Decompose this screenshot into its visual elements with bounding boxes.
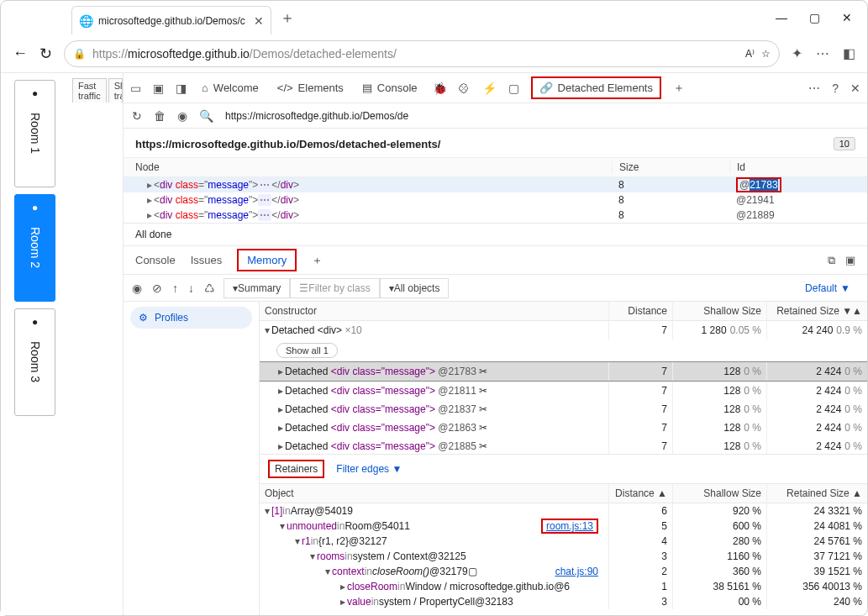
- filter-input[interactable]: ☰ Filter by class: [290, 278, 379, 298]
- dock-icon[interactable]: ◨: [176, 82, 187, 95]
- toolbar-url: https://microsoftedge.github.io/Demos/de: [225, 110, 408, 122]
- close-window-icon[interactable]: ✕: [842, 11, 852, 24]
- retainer-row[interactable]: ▸closeRoom in Window / microsoftedge.git…: [260, 579, 867, 594]
- retainer-row[interactable]: ▾[1] in Array @54019 6 920 % 24 3321 %: [260, 503, 867, 519]
- room-1[interactable]: Room 1: [14, 80, 55, 187]
- devtools-tabbar: ▭ ▣ ◨ ⌂ Welcome </> Elements ▤ Console 🐞…: [124, 73, 867, 103]
- back-icon[interactable]: ←: [13, 45, 28, 62]
- summary-select[interactable]: ▾Summary: [224, 278, 290, 298]
- memory-item-row[interactable]: ▸Detached <div class="message"> @21811 ✂…: [260, 382, 867, 400]
- show-all-button[interactable]: Show all 1: [276, 343, 338, 358]
- close-tab-icon[interactable]: ✕: [254, 14, 264, 28]
- tab-console[interactable]: ▤ Console: [359, 78, 421, 97]
- performance-icon[interactable]: ⚡: [482, 82, 497, 95]
- tab-elements[interactable]: </> Elements: [274, 78, 347, 97]
- help-icon[interactable]: ?: [832, 82, 839, 95]
- detached-toolbar: ↻ 🗑 ◉ 🔍 https://microsoftedge.github.io/…: [124, 103, 867, 129]
- device-icon[interactable]: ▣: [153, 82, 164, 95]
- drawer-tab-issues[interactable]: Issues: [191, 250, 223, 270]
- refresh-icon[interactable]: ↻: [39, 45, 52, 63]
- eye-icon[interactable]: ◉: [177, 109, 187, 123]
- sidebar-icon[interactable]: ◧: [843, 45, 855, 61]
- settings-icon: ⚙: [139, 312, 148, 324]
- read-aloud-icon[interactable]: A⁾: [745, 48, 755, 60]
- drawer-tab-console[interactable]: Console: [135, 250, 176, 270]
- slow-traffic-tab[interactable]: Slow tra: [108, 78, 123, 103]
- memory-toolbar: ◉ ⊘ ↑ ↓ ♺ ▾Summary ☰ Filter by class ▾Al…: [124, 275, 867, 302]
- memory-item-row[interactable]: ▸Detached <div class="message"> @21837 ✂…: [260, 400, 867, 419]
- node-row[interactable]: ▸<div class="message">⋯</div> 8 @21941: [124, 192, 867, 208]
- inspect-icon[interactable]: ▭: [130, 82, 141, 95]
- tab-detached-elements[interactable]: 🔗 Detached Elements: [531, 76, 661, 99]
- add-drawer-tab-icon[interactable]: ＋: [312, 253, 323, 268]
- constructor-group-row[interactable]: ▾Detached <div> ×10 7 1 2800.05 % 24 240…: [260, 321, 867, 340]
- expand-drawer-icon[interactable]: ▣: [845, 254, 855, 267]
- tab-welcome[interactable]: ⌂ Welcome: [198, 78, 262, 97]
- default-dropdown[interactable]: Default ▼: [805, 282, 867, 294]
- bug-icon[interactable]: 🐞: [433, 82, 447, 95]
- extensions-icon[interactable]: ✦: [792, 45, 802, 61]
- download-icon[interactable]: ↓: [188, 282, 194, 295]
- node-row[interactable]: ▸<div class="message">⋯</div> 8 @21783: [124, 177, 867, 192]
- url-box[interactable]: 🔒 https://microsoftedge.github.io/Demos/…: [64, 40, 780, 67]
- record-icon[interactable]: ◉: [132, 282, 142, 295]
- retainer-row[interactable]: ▾r1 in {r1, r2} @32127 4 280 % 24 5761 %: [260, 534, 867, 549]
- add-tab-icon[interactable]: ＋: [673, 81, 685, 96]
- status-text: All done: [124, 223, 867, 246]
- node-row[interactable]: ▸<div class="message">⋯</div> 8 @21889: [124, 208, 867, 223]
- close-devtools-icon[interactable]: ✕: [850, 82, 860, 95]
- upload-icon[interactable]: ↑: [172, 282, 178, 295]
- drawer-tabs: Console Issues Memory ＋ ⧉ ▣: [124, 246, 867, 275]
- globe-icon: 🌐: [79, 14, 93, 28]
- app-icon[interactable]: ▢: [508, 82, 519, 95]
- collect-gc-icon[interactable]: ↻: [132, 109, 142, 123]
- memory-item-row[interactable]: ▸Detached <div class="message"> @21863 ✂…: [260, 419, 867, 437]
- traffic-tabs: Fast traffic Slow tra: [64, 76, 123, 103]
- tab-title: microsoftedge.github.io/Demos/c: [98, 15, 245, 27]
- room-3[interactable]: Room 3: [14, 308, 55, 416]
- maximize-icon[interactable]: ▢: [809, 11, 820, 24]
- retainers-bar: Retainers Filter edges ▼: [260, 454, 867, 484]
- address-bar: ← ↻ 🔒 https://microsoftedge.github.io/De…: [1, 34, 867, 73]
- dock-drawer-icon[interactable]: ⧉: [828, 254, 835, 267]
- browser-tab[interactable]: 🌐 microsoftedge.github.io/Demos/c ✕: [71, 6, 271, 34]
- memory-item-row[interactable]: ▸Detached <div class="message"> @21885 ✂…: [260, 437, 867, 454]
- memory-item-row[interactable]: ▸Detached <div class="message"> @21783 ✂…: [260, 361, 867, 382]
- devtools: ▭ ▣ ◨ ⌂ Welcome </> Elements ▤ Console 🐞…: [123, 73, 867, 615]
- search-icon[interactable]: 🔍: [199, 109, 213, 123]
- minimize-icon[interactable]: —: [776, 11, 787, 24]
- detached-path: https://microsoftedge.github.io/Demos/de…: [124, 129, 867, 157]
- retainers-header: Object Distance ▲ Shallow Size Retained …: [260, 484, 867, 503]
- count-badge: 10: [834, 137, 855, 150]
- favorite-icon[interactable]: ☆: [761, 48, 771, 60]
- retainer-row[interactable]: ▸value in system / PropertyCell @32183 3…: [260, 594, 867, 609]
- retainers-label: Retainers: [268, 460, 324, 478]
- new-tab-button[interactable]: ＋: [280, 8, 295, 28]
- more-icon[interactable]: ⋯: [808, 82, 820, 95]
- clear-icon[interactable]: ⊘: [152, 282, 162, 295]
- menu-icon[interactable]: ⋯: [816, 45, 829, 61]
- gc-icon[interactable]: ♺: [204, 282, 215, 295]
- drawer-tab-memory[interactable]: Memory: [237, 249, 297, 271]
- trash-icon[interactable]: 🗑: [154, 109, 166, 123]
- app-sidebar: Room 1 Room 2 Room 3: [1, 73, 64, 615]
- room-2[interactable]: Room 2: [14, 194, 55, 302]
- filter-edges[interactable]: Filter edges ▼: [336, 463, 402, 475]
- fast-traffic-tab[interactable]: Fast traffic: [72, 78, 107, 103]
- retainer-row[interactable]: ▾context in closeRoom() @32179 ▢chat.js:…: [260, 564, 867, 579]
- retainer-row[interactable]: ▾unmounted in Room @54011room.js:13 5 60…: [260, 519, 867, 534]
- profiles-item[interactable]: ⚙ Profiles: [130, 307, 252, 329]
- lock-icon: 🔒: [73, 48, 86, 60]
- memory-grid-header: Constructor Distance Shallow Size Retain…: [260, 302, 867, 321]
- allobjects-select[interactable]: ▾All objects: [380, 278, 450, 298]
- wifi-icon[interactable]: ⛒: [459, 82, 471, 95]
- titlebar: 🌐 microsoftedge.github.io/Demos/c ✕ ＋ — …: [1, 1, 867, 34]
- node-table-header: Node Size Id: [124, 157, 867, 177]
- retainer-row[interactable]: ▾rooms in system / Context @32125 3 1160…: [260, 549, 867, 564]
- profiles-pane: ⚙ Profiles: [124, 302, 260, 615]
